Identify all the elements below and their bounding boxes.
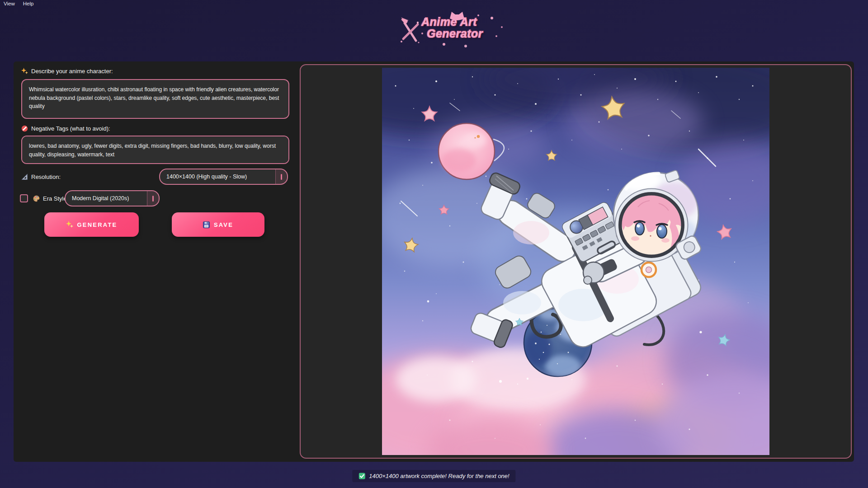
save-button[interactable]: SAVE xyxy=(172,212,264,237)
prohibited-icon xyxy=(21,125,28,132)
era-style-value: Modern Digital (2020s) xyxy=(66,195,147,202)
resolution-label: Resolution: xyxy=(21,173,61,180)
resolution-dropdown-button[interactable] xyxy=(275,169,287,184)
floppy-disk-icon xyxy=(203,221,210,228)
describe-textarea[interactable]: Whimsical watercolor illusration, chibi … xyxy=(21,79,289,119)
window: { "menu": { "view": "View", "help": "Hel… xyxy=(0,0,868,488)
menu-bar: View Help xyxy=(0,0,868,8)
menu-view[interactable]: View xyxy=(4,1,15,7)
describe-label: Describe your anime character: xyxy=(21,67,113,75)
era-style-checkbox[interactable] xyxy=(20,194,28,202)
era-style-label: Era Style: xyxy=(33,195,68,202)
negative-label: Negative Tags (what to avoid): xyxy=(21,125,110,132)
crossed-brush-wand-icon xyxy=(400,16,420,44)
resolution-dropdown[interactable]: 1400×1400 (High quality - Slow) xyxy=(159,169,288,185)
artwork-viewer-panel xyxy=(300,64,852,459)
era-style-dropdown[interactable]: Modern Digital (2020s) xyxy=(65,190,160,206)
arm-patch xyxy=(642,263,656,277)
generated-artwork xyxy=(382,68,769,455)
era-dropdown-button[interactable] xyxy=(147,191,159,206)
generate-button[interactable]: GENERATE xyxy=(44,212,139,237)
sparkles-icon xyxy=(66,221,73,228)
negative-textarea[interactable]: lowres, bad anatomy, ugly, fewer digits,… xyxy=(21,136,289,164)
logo-sparkle-dots xyxy=(424,18,426,20)
dropdown-indicator-icon xyxy=(281,174,282,180)
triangular-ruler-icon xyxy=(21,174,28,180)
status-bar: 1400×1400 artwork complete! Ready for th… xyxy=(352,470,515,482)
status-message: 1400×1400 artwork complete! Ready for th… xyxy=(369,473,509,479)
main-panel: Describe your anime character: Whimsical… xyxy=(14,61,854,462)
dropdown-indicator-icon xyxy=(152,196,154,202)
sparkles-icon xyxy=(21,68,28,75)
cat-ears-icon xyxy=(448,10,466,20)
artist-palette-icon xyxy=(33,195,40,202)
logo-title-line2: Generator xyxy=(427,28,483,39)
resolution-value: 1400×1400 (High quality - Slow) xyxy=(160,174,275,180)
menu-help[interactable]: Help xyxy=(23,1,34,7)
check-mark-icon xyxy=(359,473,365,479)
app-logo: Anime Art Generator xyxy=(400,16,483,44)
